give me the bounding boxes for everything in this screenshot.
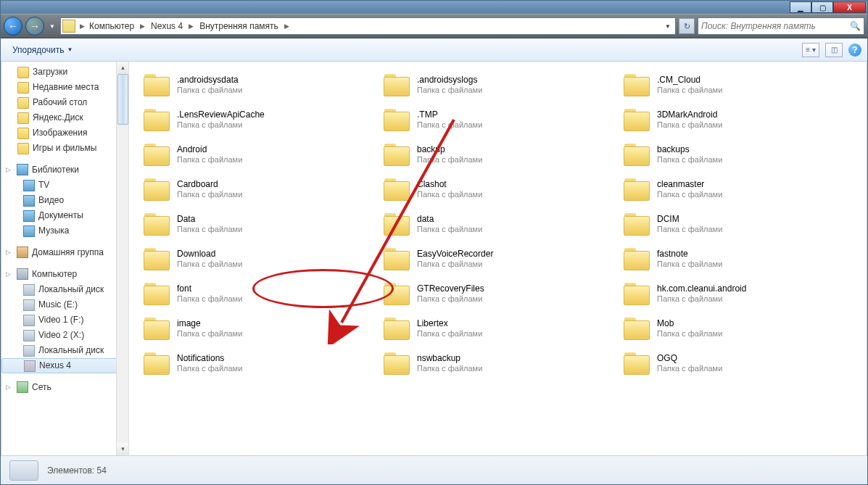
sidebar-item[interactable]: Локальный диск [1, 282, 128, 297]
sidebar-item[interactable]: Музыка [1, 223, 128, 239]
folder-icon [142, 176, 171, 202]
folder-item[interactable]: .androidsyslogsПапка с файлами [378, 67, 618, 102]
maximize-button[interactable]: ▢ [811, 1, 833, 13]
folder-item[interactable]: DCIMПапка с файлами [618, 207, 858, 241]
folder-item[interactable]: backupsПапка с файлами [618, 137, 858, 172]
folder-item[interactable]: DownloadПапка с файлами [138, 241, 378, 276]
folder-subtitle: Папка с файлами [417, 120, 482, 130]
sidebar-item[interactable]: Рабочий стол [1, 95, 128, 110]
sidebar-item[interactable]: Недавние места [1, 80, 128, 95]
sidebar-item[interactable]: TV [1, 178, 128, 193]
folder-item[interactable]: nswbackupПапка с файлами [378, 346, 618, 381]
folder-item[interactable]: 3DMarkAndroidПапка с файлами [618, 102, 858, 137]
folder-item[interactable]: backupПапка с файлами [378, 137, 618, 172]
folder-item[interactable]: dataПапка с файлами [378, 207, 618, 241]
folder-name: Mob [657, 318, 722, 328]
sidebar-item[interactable]: Игры и фильмы [1, 141, 128, 156]
sidebar-item[interactable]: Video 2 (X:) [1, 328, 128, 343]
folder-view[interactable]: .androidsysdataПапка с файлами.androidsy… [129, 62, 867, 455]
sidebar-item[interactable]: Видео [1, 193, 128, 208]
folder-item[interactable]: NotificationsПапка с файлами [138, 346, 378, 381]
folder-subtitle: Папка с файлами [177, 224, 242, 234]
comp-icon [17, 268, 28, 280]
folder-item[interactable]: fastnoteПапка с файлами [618, 241, 858, 276]
help-button[interactable]: ? [848, 43, 861, 57]
folder-item[interactable]: EasyVoiceRecorderПапка с файлами [378, 241, 618, 276]
sidebar-item[interactable]: Локальный диск [1, 343, 128, 358]
searchbox[interactable]: 🔍 [698, 17, 864, 35]
chevron-down-icon: ▼ [67, 46, 73, 53]
folder-subtitle: Папка с файлами [417, 189, 482, 199]
folder-item[interactable]: .LensReviewApiCacheПапка с файлами [138, 102, 378, 137]
folder-item[interactable]: cleanmasterПапка с файлами [618, 172, 858, 207]
minimize-button[interactable]: ▁ [790, 1, 811, 13]
breadcrumb-separator-icon[interactable]: ▶ [187, 22, 195, 30]
sidebar-group[interactable]: ▷Сеть [1, 379, 128, 395]
organize-button[interactable]: Упорядочить ▼ [7, 42, 78, 58]
folder-subtitle: Папка с файлами [177, 294, 242, 304]
folder-item[interactable]: AndroidПапка с файлами [138, 137, 378, 172]
folder-item[interactable]: .androidsysdataПапка с файлами [138, 67, 378, 102]
breadcrumb-segment[interactable]: Внутренняя память [197, 20, 281, 33]
folder-item[interactable]: .TMPПапка с файлами [378, 102, 618, 137]
preview-pane-button[interactable]: ◫ [825, 43, 843, 57]
folder-item[interactable]: OGQПапка с файлами [618, 346, 858, 381]
back-button[interactable]: ← [4, 17, 22, 36]
sidebar-item[interactable]: Документы [1, 208, 128, 223]
folder-item[interactable]: LibertexПапка с файлами [378, 311, 618, 346]
sidebar-item-label: Недавние места [33, 81, 99, 94]
addressbar[interactable]: ▶ Компьютер▶Nexus 4▶Внутренняя память▶ ▼ [60, 17, 676, 35]
breadcrumb-separator-icon[interactable]: ▶ [283, 22, 291, 30]
sidebar-scrollbar[interactable]: ▲ ▼ [116, 62, 128, 455]
folder-item[interactable]: .CM_CloudПапка с файлами [618, 67, 858, 102]
sidebar-group[interactable]: ▷Компьютер [1, 266, 128, 282]
breadcrumb-separator-icon[interactable]: ▶ [139, 22, 146, 30]
scroll-up-icon[interactable]: ▲ [117, 62, 129, 74]
scroll-down-icon[interactable]: ▼ [117, 443, 129, 455]
breadcrumb-segment[interactable]: Nexus 4 [148, 20, 186, 33]
titlebar[interactable]: ▁ ▢ X [1, 1, 867, 14]
sidebar-item[interactable]: Video 1 (F:) [1, 312, 128, 328]
sidebar-item[interactable]: Nexus 4 [1, 358, 128, 373]
folder-subtitle: Папка с файлами [657, 189, 722, 199]
folder-icon [382, 107, 411, 133]
folder-item[interactable]: MobПапка с файлами [618, 311, 858, 346]
breadcrumb-segment[interactable]: Компьютер [86, 20, 137, 33]
sidebar-item[interactable]: Изображения [1, 125, 128, 141]
expand-icon[interactable]: ▷ [6, 270, 13, 278]
folder-item[interactable]: ClashotПапка с файлами [378, 172, 618, 207]
search-input[interactable] [701, 21, 850, 31]
sidebar: ЗагрузкиНедавние местаРабочий столЯндекс… [1, 62, 129, 455]
history-dropdown[interactable]: ▼ [47, 19, 57, 33]
expand-icon[interactable]: ▷ [6, 249, 13, 256]
forward-button[interactable]: → [25, 17, 44, 36]
search-icon[interactable]: 🔍 [850, 21, 861, 31]
address-dropdown-icon[interactable]: ▼ [662, 23, 674, 30]
folder-item[interactable]: GTRecoveryFilesПапка с файлами [378, 276, 618, 311]
folder-icon [17, 112, 29, 124]
folder-item[interactable]: fontПапка с файлами [138, 276, 378, 311]
sidebar-item-label: Music (E:) [38, 299, 78, 311]
folder-item[interactable]: hk.com.cleanui.androidПапка с файлами [618, 276, 858, 311]
addr-sep-icon[interactable]: ▶ [78, 22, 86, 30]
close-button[interactable]: X [833, 1, 866, 13]
folder-name: Data [177, 214, 242, 224]
folder-icon [622, 246, 651, 272]
folder-subtitle: Папка с файлами [657, 363, 722, 373]
scrollbar-thumb[interactable] [117, 74, 128, 125]
sidebar-item[interactable]: Music (E:) [1, 297, 128, 312]
view-options-button[interactable]: ≡ ▾ [802, 43, 819, 57]
sidebar-item[interactable]: Яндекс.Диск [1, 110, 128, 125]
sidebar-item[interactable]: Загрузки [1, 65, 128, 80]
expand-icon[interactable]: ▷ [6, 384, 13, 391]
expand-icon[interactable]: ▷ [6, 166, 13, 173]
refresh-button[interactable]: ↻ [679, 18, 695, 34]
folder-subtitle: Папка с файлами [177, 363, 242, 373]
folder-item[interactable]: imageПапка с файлами [138, 311, 378, 346]
sidebar-group[interactable]: ▷Домашняя группа [1, 244, 128, 260]
folder-name: .TMP [417, 109, 482, 120]
folder-name: EasyVoiceRecorder [417, 249, 493, 259]
folder-item[interactable]: CardboardПапка с файлами [138, 172, 378, 207]
sidebar-group[interactable]: ▷Библиотеки [1, 162, 128, 178]
folder-item[interactable]: DataПапка с файлами [138, 207, 378, 241]
